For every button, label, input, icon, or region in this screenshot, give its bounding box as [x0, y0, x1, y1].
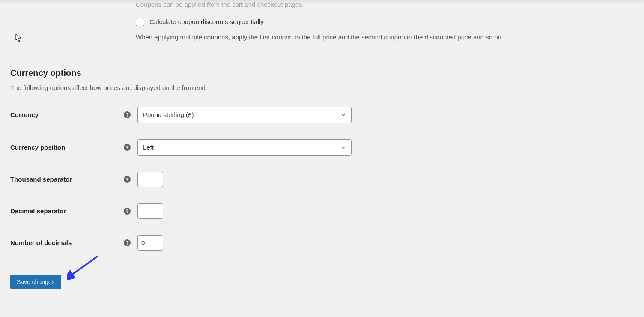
- number-decimals-input[interactable]: [137, 235, 163, 251]
- help-icon[interactable]: ?: [124, 111, 131, 118]
- annotation-arrow-icon: [67, 254, 101, 280]
- cursor-icon: [15, 33, 22, 43]
- thousand-separator-label: Thousand separator: [10, 176, 124, 183]
- save-changes-button[interactable]: Save changes: [10, 275, 61, 289]
- decimal-separator-input[interactable]: [137, 203, 163, 219]
- decimal-separator-label: Decimal separator: [10, 207, 124, 215]
- currency-options-heading: Currency options: [10, 68, 634, 78]
- currency-position-label: Currency position: [10, 144, 124, 151]
- currency-position-select[interactable]: Left: [137, 139, 352, 156]
- sequential-coupon-label: Calculate coupon discounts sequentially: [149, 18, 264, 25]
- number-decimals-label: Number of decimals: [10, 239, 124, 246]
- currency-options-desc: The following options affect how prices …: [10, 84, 634, 91]
- currency-label: Currency: [10, 111, 124, 118]
- sequential-coupon-desc: When applying multiple coupons, apply th…: [136, 32, 634, 42]
- coupon-applied-text: Coupons can be applied from the cart and…: [136, 0, 634, 10]
- sequential-coupon-checkbox[interactable]: [136, 18, 144, 26]
- help-icon[interactable]: ?: [124, 144, 131, 151]
- currency-select[interactable]: Pound sterling (£): [137, 107, 352, 123]
- help-icon[interactable]: ?: [124, 239, 131, 246]
- help-icon[interactable]: ?: [124, 176, 131, 183]
- thousand-separator-input[interactable]: [137, 172, 163, 187]
- help-icon[interactable]: ?: [124, 208, 131, 215]
